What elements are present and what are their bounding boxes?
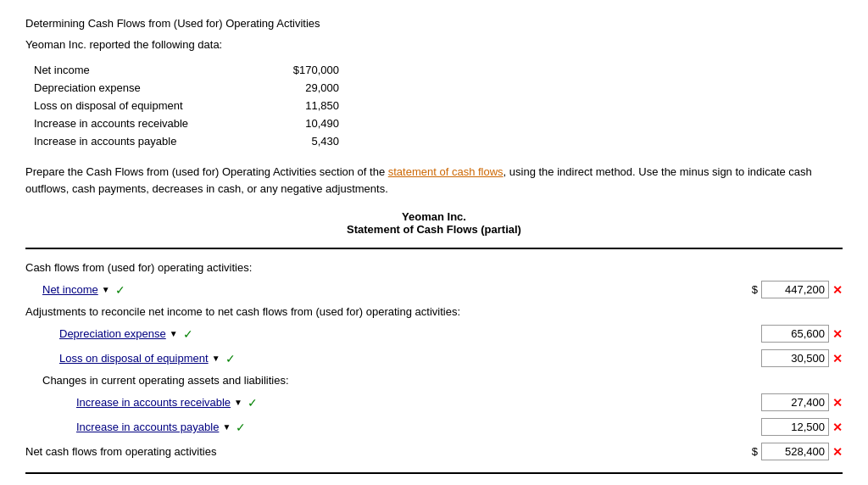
depreciation-x[interactable]: ✕ xyxy=(832,327,843,341)
ap-dropdown-label[interactable]: Increase in accounts payable xyxy=(76,421,219,433)
net-income-stmt-label: Net income ▼ ✓ xyxy=(25,283,752,297)
loss-value: 11,850 xyxy=(271,99,339,112)
ar-value: 10,490 xyxy=(271,117,339,130)
ap-check: ✓ xyxy=(236,421,246,434)
net-income-input[interactable] xyxy=(761,281,829,298)
loss-label: Loss on disposal of equipment xyxy=(34,99,271,112)
data-row-loss: Loss on disposal of equipment 11,850 xyxy=(34,97,843,114)
ap-x[interactable]: ✕ xyxy=(832,421,843,434)
ar-check: ✓ xyxy=(248,396,258,410)
company-name: Yeoman Inc. xyxy=(25,210,843,223)
section-title: Determining Cash Flows from (Used for) O… xyxy=(25,17,843,30)
ap-dropdown-arrow[interactable]: ▼ xyxy=(222,422,231,432)
ar-input[interactable] xyxy=(761,393,829,411)
net-income-row: Net income ▼ ✓ $ ✕ xyxy=(25,277,843,302)
net-income-dollar: $ xyxy=(752,283,758,296)
data-row-net-income: Net income $170,000 xyxy=(34,61,843,79)
loss-input[interactable] xyxy=(761,349,829,367)
loss-dropdown-arrow[interactable]: ▼ xyxy=(212,354,220,363)
loss-row: Loss on disposal of equipment ▼ ✓ ✕ xyxy=(25,346,843,371)
ap-label: Increase in accounts payable xyxy=(34,135,271,148)
adjustments-label: Adjustments to reconcile net income to n… xyxy=(25,305,843,318)
net-income-dropdown-arrow[interactable]: ▼ xyxy=(102,285,110,294)
ar-dropdown-label[interactable]: Increase in accounts receivable xyxy=(76,396,231,409)
statement-title: Statement of Cash Flows (partial) xyxy=(25,223,843,236)
cash-flows-header-label: Cash flows from (used for) operating act… xyxy=(25,261,843,274)
intro-line: Yeoman Inc. reported the following data: xyxy=(25,38,843,51)
loss-stmt-label: Loss on disposal of equipment ▼ ✓ xyxy=(25,352,761,365)
net-cash-label: Net cash flows from operating activities xyxy=(25,445,752,458)
depreciation-dropdown-label[interactable]: Depreciation expense xyxy=(59,327,166,340)
net-income-value: $170,000 xyxy=(271,64,339,76)
ap-stmt-label: Increase in accounts payable ▼ ✓ xyxy=(25,421,761,434)
data-row-depreciation: Depreciation expense 29,000 xyxy=(34,79,843,97)
net-income-x[interactable]: ✕ xyxy=(832,283,843,297)
depreciation-label: Depreciation expense xyxy=(34,81,271,94)
cash-flows-header-row: Cash flows from (used for) operating act… xyxy=(25,258,843,277)
depreciation-row: Depreciation expense ▼ ✓ ✕ xyxy=(25,321,843,346)
ar-row: Increase in accounts receivable ▼ ✓ ✕ xyxy=(25,390,843,415)
loss-dropdown-label[interactable]: Loss on disposal of equipment xyxy=(59,352,209,365)
company-header: Yeoman Inc. Statement of Cash Flows (par… xyxy=(25,210,843,236)
depreciation-check: ✓ xyxy=(183,327,193,341)
depreciation-stmt-label: Depreciation expense ▼ ✓ xyxy=(25,327,761,341)
depreciation-value: 29,000 xyxy=(271,81,339,94)
net-cash-row: Net cash flows from operating activities… xyxy=(25,439,843,464)
net-cash-input[interactable] xyxy=(761,443,829,460)
data-row-ap: Increase in accounts payable 5,430 xyxy=(34,132,843,150)
prepare-instruction: Prepare the Cash Flows from (used for) O… xyxy=(25,164,843,197)
depreciation-dropdown-group: Depreciation expense ▼ ✓ xyxy=(59,327,761,341)
ap-row: Increase in accounts payable ▼ ✓ ✕ xyxy=(25,415,843,439)
net-income-dropdown-label[interactable]: Net income xyxy=(42,283,98,296)
data-row-ar: Increase in accounts receivable 10,490 xyxy=(34,114,843,132)
net-cash-x[interactable]: ✕ xyxy=(832,445,843,459)
changes-row: Changes in current operating assets and … xyxy=(25,371,843,390)
net-income-label: Net income xyxy=(34,64,271,76)
depreciation-input[interactable] xyxy=(761,325,829,343)
ap-dropdown-group: Increase in accounts payable ▼ ✓ xyxy=(76,421,761,434)
given-data-table: Net income $170,000 Depreciation expense… xyxy=(34,61,843,150)
ar-stmt-label: Increase in accounts receivable ▼ ✓ xyxy=(25,396,761,410)
loss-dropdown-group: Loss on disposal of equipment ▼ ✓ xyxy=(59,352,761,365)
depreciation-dropdown-arrow[interactable]: ▼ xyxy=(170,329,178,338)
loss-check: ✓ xyxy=(225,352,236,365)
ap-value: 5,430 xyxy=(271,135,339,148)
net-income-check: ✓ xyxy=(115,283,125,297)
ar-label: Increase in accounts receivable xyxy=(34,117,271,130)
loss-x[interactable]: ✕ xyxy=(832,352,843,365)
ar-dropdown-group: Increase in accounts receivable ▼ ✓ xyxy=(76,396,761,410)
net-cash-dollar: $ xyxy=(752,445,758,458)
cash-flows-link[interactable]: statement of cash flows xyxy=(388,165,504,178)
adjustments-row: Adjustments to reconcile net income to n… xyxy=(25,302,843,321)
ap-input[interactable] xyxy=(761,418,829,436)
net-income-dropdown-group: Net income ▼ ✓ xyxy=(42,283,752,297)
ar-dropdown-arrow[interactable]: ▼ xyxy=(234,398,242,407)
changes-label: Changes in current operating assets and … xyxy=(25,374,843,387)
statement-area: Cash flows from (used for) operating act… xyxy=(25,248,843,474)
ar-x[interactable]: ✕ xyxy=(832,396,843,410)
